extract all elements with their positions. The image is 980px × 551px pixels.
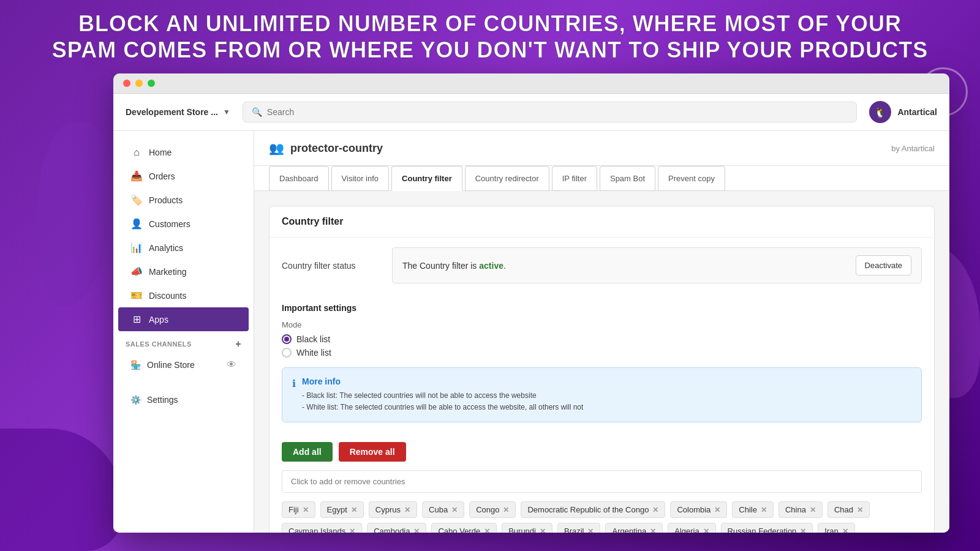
tag-remove-button[interactable]: ✕ <box>810 506 816 514</box>
sales-channels-section: SALES CHANNELS + <box>113 331 254 353</box>
tab-prevent-copy[interactable]: Prevent copy <box>658 166 725 191</box>
tag-remove-button[interactable]: ✕ <box>484 527 490 533</box>
country-filter-card: Country filter Country filter status The… <box>269 206 935 533</box>
search-input[interactable] <box>267 107 848 117</box>
marketing-icon: 📣 <box>130 266 143 277</box>
analytics-icon: 📊 <box>130 242 143 253</box>
tag-remove-button[interactable]: ✕ <box>714 506 720 514</box>
whitelist-radio-button[interactable] <box>282 348 292 358</box>
status-active-word: active <box>479 261 503 271</box>
tag-remove-button[interactable]: ✕ <box>349 527 355 533</box>
add-all-button[interactable]: Add all <box>282 442 333 462</box>
tag-remove-button[interactable]: ✕ <box>303 506 309 514</box>
tag-remove-button[interactable]: ✕ <box>842 527 848 533</box>
tag-remove-button[interactable]: ✕ <box>413 527 420 533</box>
country-tag: Burundi✕ <box>502 523 552 533</box>
sidebar-label-orders: Orders <box>149 171 175 181</box>
sidebar-item-discounts[interactable]: 🎫 Discounts <box>118 283 249 307</box>
sidebar-item-customers[interactable]: 👤 Customers <box>118 212 249 236</box>
sidebar-item-orders[interactable]: 📥 Orders <box>118 164 249 188</box>
sidebar-label-apps: Apps <box>149 315 168 324</box>
tab-country-redirector[interactable]: Country redirector <box>465 166 549 191</box>
country-tag: Egypt✕ <box>320 501 364 518</box>
tag-remove-button[interactable]: ✕ <box>652 506 658 514</box>
country-tag: Iran✕ <box>818 523 854 533</box>
store-name: Developement Store ... <box>126 107 218 117</box>
blacklist-radio-item[interactable]: Black list <box>282 334 922 344</box>
tab-spam-bot[interactable]: Spam Bot <box>600 166 655 191</box>
store-selector[interactable]: Developement Store ... ▼ <box>126 107 230 117</box>
sidebar-item-apps[interactable]: ⊞ Apps <box>118 307 249 331</box>
sidebar-item-products[interactable]: 🏷️ Products <box>118 188 249 212</box>
app-title-row: 👥 protector-country <box>269 141 383 156</box>
deactivate-button[interactable]: Deactivate <box>856 255 911 276</box>
tag-remove-button[interactable]: ✕ <box>451 506 458 514</box>
sidebar-label-marketing: Marketing <box>149 267 186 277</box>
tag-remove-button[interactable]: ✕ <box>800 527 806 533</box>
tag-remove-button[interactable]: ✕ <box>703 527 709 533</box>
info-box: ℹ More info - Black list: The selected c… <box>282 367 922 422</box>
country-tag: China✕ <box>778 501 823 518</box>
traffic-light-close[interactable] <box>123 80 130 87</box>
online-store-icon: 🏪 <box>130 360 141 370</box>
tag-remove-button[interactable]: ✕ <box>404 506 410 514</box>
tab-ip-filter[interactable]: IP filter <box>552 166 597 191</box>
traffic-light-minimize[interactable] <box>135 80 143 87</box>
tab-dashboard[interactable]: Dashboard <box>269 166 329 191</box>
country-tag: Chad✕ <box>827 501 870 518</box>
home-icon: ⌂ <box>130 147 143 158</box>
app-title: protector-country <box>290 142 383 155</box>
country-tag: Colombia✕ <box>670 501 727 518</box>
sidebar-item-settings[interactable]: ⚙️ Settings <box>118 389 249 411</box>
by-label: by Antartical <box>891 144 935 153</box>
whitelist-radio-item[interactable]: White list <box>282 348 922 358</box>
search-bar[interactable]: 🔍 <box>243 102 858 122</box>
title-bar <box>113 73 949 94</box>
tab-visitor-info[interactable]: Visitor info <box>331 166 389 191</box>
sidebar-item-marketing[interactable]: 📣 Marketing <box>118 260 249 283</box>
avatar: 🐧 <box>869 101 891 123</box>
country-tag: Algeria✕ <box>668 523 715 533</box>
discounts-icon: 🎫 <box>130 290 143 301</box>
tab-navigation: Dashboard Visitor info Country filter Co… <box>254 166 949 191</box>
country-tag: Chile✕ <box>732 501 774 518</box>
blacklist-radio-button[interactable] <box>282 334 292 344</box>
country-tag: Cambodia✕ <box>367 523 426 533</box>
tag-remove-button[interactable]: ✕ <box>857 506 863 514</box>
blob-decoration-3 <box>0 429 123 551</box>
action-buttons-row: Add all Remove all <box>282 442 922 462</box>
countries-section: Add all Remove all Fiji✕Egypt✕Cyprus✕Cub… <box>270 432 934 533</box>
content-header: 👥 protector-country by Antartical <box>254 131 949 166</box>
mode-radio-group: Black list White list <box>282 334 922 358</box>
app-header: Developement Store ... ▼ 🔍 🐧 Antartical <box>113 94 949 131</box>
tag-remove-button[interactable]: ✕ <box>587 527 594 533</box>
tab-country-filter[interactable]: Country filter <box>391 166 462 191</box>
country-tag: Cabo Verde✕ <box>431 523 497 533</box>
status-info-box: The Country filter is active. Deactivate <box>392 247 922 283</box>
whitelist-label: White list <box>296 348 331 358</box>
sidebar-item-online-store[interactable]: 🏪 Online Store 👁 <box>118 353 249 377</box>
blob-decoration-1 <box>37 122 110 306</box>
apps-icon: ⊞ <box>130 313 143 325</box>
more-info-title: More info <box>302 377 583 386</box>
country-search-input[interactable] <box>282 470 922 493</box>
blacklist-label: Black list <box>296 334 330 344</box>
online-store-label: Online Store <box>147 360 195 370</box>
tag-remove-button[interactable]: ✕ <box>650 527 656 533</box>
sidebar-item-analytics[interactable]: 📊 Analytics <box>118 236 249 260</box>
tag-remove-button[interactable]: ✕ <box>540 527 546 533</box>
username: Antartical <box>897 107 937 117</box>
tag-remove-button[interactable]: ✕ <box>351 506 357 514</box>
search-icon: 🔍 <box>252 107 262 117</box>
user-area: 🐧 Antartical <box>869 101 937 123</box>
banner-text: Block an unlimited number of countries, … <box>49 10 931 63</box>
chevron-down-icon: ▼ <box>223 108 230 116</box>
tag-remove-button[interactable]: ✕ <box>761 506 767 514</box>
add-sales-channel-button[interactable]: + <box>235 339 241 350</box>
sidebar-label-analytics: Analytics <box>149 243 183 253</box>
traffic-light-maximize[interactable] <box>148 80 155 87</box>
banner: Block an unlimited number of countries, … <box>0 0 980 73</box>
sidebar-item-home[interactable]: ⌂ Home <box>118 141 249 164</box>
remove-all-button[interactable]: Remove all <box>339 442 406 462</box>
tag-remove-button[interactable]: ✕ <box>503 506 509 514</box>
